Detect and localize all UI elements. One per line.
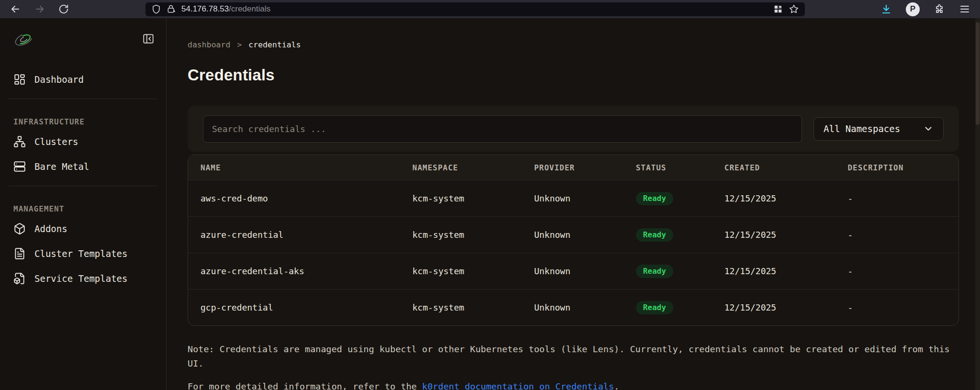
search-input[interactable] bbox=[203, 115, 802, 143]
table-row[interactable]: azure-credential kcm-system Unknown Read… bbox=[188, 216, 958, 253]
url-path: /credentials bbox=[229, 4, 270, 13]
table-row[interactable]: gcp-credential kcm-system Unknown Ready … bbox=[188, 289, 958, 325]
sidebar-item-label: Service Templates bbox=[34, 273, 127, 284]
sidebar-section-infrastructure: INFRASTRUCTURE bbox=[0, 106, 166, 129]
cell-description: - bbox=[835, 302, 958, 312]
clusters-icon bbox=[13, 135, 26, 148]
column-header-status: STATUS bbox=[624, 163, 712, 172]
arrow-right-icon bbox=[34, 3, 45, 15]
credentials-table: NAME NAMESPACE PROVIDER STATUS CREATED D… bbox=[188, 155, 959, 326]
namespace-select-value: All Namespaces bbox=[824, 123, 900, 134]
shield-icon bbox=[151, 4, 161, 14]
menu-button[interactable] bbox=[959, 3, 970, 15]
table-row[interactable]: azure-credential-aks kcm-system Unknown … bbox=[188, 253, 958, 289]
star-icon bbox=[789, 4, 799, 14]
cell-provider: Unknown bbox=[522, 266, 624, 276]
documentation-link[interactable]: k0rdent documentation on Credentials bbox=[422, 381, 614, 390]
table-row[interactable]: aws-cred-demo kcm-system Unknown Ready 1… bbox=[188, 180, 958, 216]
filters-panel: All Namespaces bbox=[188, 106, 959, 152]
scrollbar-thumb[interactable] bbox=[976, 22, 980, 125]
sidebar-divider bbox=[8, 186, 158, 186]
cell-provider: Unknown bbox=[522, 230, 624, 240]
sidebar-item-clusters[interactable]: Clusters bbox=[0, 129, 166, 154]
download-icon bbox=[880, 3, 892, 15]
cell-name: aws-cred-demo bbox=[188, 193, 400, 203]
sidebar-item-cluster-templates[interactable]: Cluster Templates bbox=[0, 241, 166, 266]
table-header-row: NAME NAMESPACE PROVIDER STATUS CREATED D… bbox=[188, 155, 958, 180]
status-badge: Ready bbox=[636, 265, 673, 278]
downloads-button[interactable] bbox=[880, 3, 892, 15]
app-logo[interactable] bbox=[12, 28, 35, 51]
cell-status: Ready bbox=[624, 192, 712, 205]
sidebar-item-bare-metal[interactable]: Bare Metal bbox=[0, 154, 166, 179]
cell-description: - bbox=[835, 266, 958, 276]
column-header-provider: PROVIDER bbox=[522, 163, 624, 172]
cell-namespace: kcm-system bbox=[400, 302, 522, 312]
cell-created: 12/15/2025 bbox=[712, 302, 835, 312]
sidebar-item-dashboard[interactable]: Dashboard bbox=[0, 67, 166, 92]
sidebar-item-label: Bare Metal bbox=[34, 161, 89, 172]
status-badge: Ready bbox=[636, 228, 673, 242]
breadcrumb-separator: > bbox=[237, 40, 242, 49]
cell-name: azure-credential-aks bbox=[188, 266, 400, 276]
column-header-name: NAME bbox=[188, 163, 400, 172]
sidebar-item-label: Cluster Templates bbox=[34, 248, 127, 259]
sidebar-collapse-button[interactable] bbox=[142, 33, 155, 45]
sidebar: Dashboard INFRASTRUCTURE Clusters Bare M… bbox=[0, 18, 167, 390]
extensions-button[interactable] bbox=[934, 3, 945, 15]
credentials-note: Note: Credentials are managed using kube… bbox=[188, 342, 959, 371]
column-header-namespace: NAMESPACE bbox=[400, 163, 522, 172]
back-button[interactable] bbox=[10, 3, 21, 15]
panel-collapse-icon bbox=[142, 33, 155, 45]
sidebar-item-service-templates[interactable]: Service Templates bbox=[0, 266, 166, 291]
cell-status: Ready bbox=[624, 301, 712, 314]
documentation-note-suffix: . bbox=[614, 381, 619, 390]
main-content: dashboard > credentials Credentials All … bbox=[167, 18, 980, 390]
profile-button[interactable]: P bbox=[906, 2, 920, 16]
refresh-icon bbox=[58, 4, 69, 14]
page-actions-button[interactable] bbox=[773, 4, 783, 14]
hamburger-icon bbox=[959, 3, 970, 15]
sidebar-item-label: Addons bbox=[34, 223, 67, 234]
url-text: 54.176.78.53/credentials bbox=[181, 4, 270, 14]
cell-name: gcp-credential bbox=[188, 302, 400, 312]
sidebar-section-management: MANAGEMENT bbox=[0, 193, 166, 216]
lock-warning-icon bbox=[167, 4, 176, 14]
cell-namespace: kcm-system bbox=[400, 193, 522, 203]
refresh-button[interactable] bbox=[58, 4, 69, 14]
sidebar-item-addons[interactable]: Addons bbox=[0, 216, 166, 241]
namespace-select[interactable]: All Namespaces bbox=[813, 117, 944, 141]
sidebar-divider bbox=[8, 99, 158, 99]
cell-namespace: kcm-system bbox=[400, 230, 522, 240]
page-title: Credentials bbox=[188, 66, 959, 85]
grid-arrow-icon bbox=[773, 4, 783, 14]
scrollbar-track[interactable] bbox=[975, 18, 980, 390]
cell-namespace: kcm-system bbox=[400, 266, 522, 276]
url-host: 54.176.78.53 bbox=[181, 4, 229, 13]
forward-button[interactable] bbox=[34, 3, 45, 15]
cell-created: 12/15/2025 bbox=[712, 230, 835, 240]
bookmark-button[interactable] bbox=[789, 4, 799, 14]
cell-provider: Unknown bbox=[522, 193, 624, 203]
cell-status: Ready bbox=[624, 265, 712, 278]
cell-description: - bbox=[835, 230, 958, 240]
breadcrumb-dashboard[interactable]: dashboard bbox=[188, 40, 230, 49]
breadcrumb: dashboard > credentials bbox=[188, 40, 959, 49]
server-icon bbox=[13, 160, 26, 173]
arrow-left-icon bbox=[10, 3, 21, 15]
url-bar[interactable]: 54.176.78.53/credentials bbox=[145, 2, 805, 16]
cell-created: 12/15/2025 bbox=[712, 193, 835, 203]
puzzle-icon bbox=[934, 3, 945, 15]
profile-initial: P bbox=[910, 4, 915, 14]
galaxy-logo-icon bbox=[12, 28, 35, 51]
cell-description: - bbox=[835, 193, 958, 203]
cell-created: 12/15/2025 bbox=[712, 266, 835, 276]
file-text-icon bbox=[13, 247, 26, 260]
status-badge: Ready bbox=[636, 192, 673, 205]
column-header-description: DESCRIPTION bbox=[835, 163, 958, 172]
browser-toolbar: 54.176.78.53/credentials P bbox=[0, 0, 980, 18]
cell-status: Ready bbox=[624, 228, 712, 242]
documentation-note: For more detailed information, refer to … bbox=[188, 380, 959, 390]
status-badge: Ready bbox=[636, 301, 673, 314]
cell-provider: Unknown bbox=[522, 302, 624, 312]
